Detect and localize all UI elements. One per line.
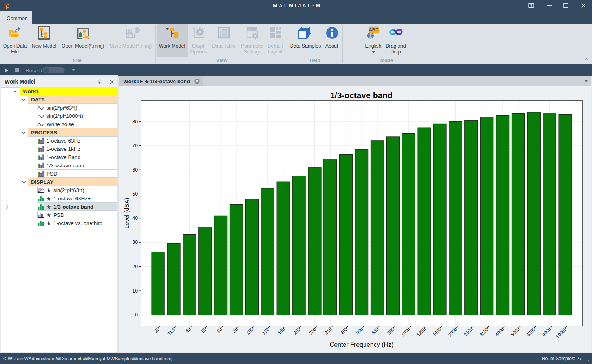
svg-text:315: 315 <box>323 326 333 335</box>
svg-text:3150: 3150 <box>479 326 489 337</box>
svg-text:250: 250 <box>308 326 317 335</box>
svg-text:Level (dBA): Level (dBA) <box>123 198 130 229</box>
svg-text:40: 40 <box>132 216 138 221</box>
svg-text:31.5: 31.5 <box>166 326 176 336</box>
svg-text:500: 500 <box>355 326 364 335</box>
svg-text:10: 10 <box>132 288 138 294</box>
svg-text:63: 63 <box>216 326 223 333</box>
svg-text:400: 400 <box>339 326 348 335</box>
svg-text:50: 50 <box>200 326 207 333</box>
svg-text:160: 160 <box>277 326 286 335</box>
svg-text:200: 200 <box>292 326 301 335</box>
svg-text:6300: 6300 <box>525 326 536 337</box>
svg-text:5000: 5000 <box>510 326 520 337</box>
svg-text:0: 0 <box>135 312 138 318</box>
svg-text:50: 50 <box>132 191 138 197</box>
svg-text:70: 70 <box>132 143 138 148</box>
svg-text:1600: 1600 <box>431 326 442 337</box>
svg-text:2000: 2000 <box>447 326 458 337</box>
svg-text:25: 25 <box>153 326 160 333</box>
svg-text:20: 20 <box>132 264 138 269</box>
svg-text:125: 125 <box>261 326 270 335</box>
svg-text:100: 100 <box>245 326 254 335</box>
svg-text:8000: 8000 <box>541 326 552 337</box>
svg-text:60: 60 <box>132 167 138 173</box>
svg-text:ABC: ABC <box>369 27 379 32</box>
svg-text:1/3-octave band: 1/3-octave band <box>330 91 393 100</box>
svg-text:800: 800 <box>386 326 395 335</box>
svg-text:4000: 4000 <box>494 326 505 337</box>
svg-text:10000: 10000 <box>555 326 568 339</box>
svg-text:30: 30 <box>132 240 138 245</box>
svg-text:80: 80 <box>132 119 138 124</box>
svg-text:1250: 1250 <box>416 326 426 337</box>
svg-text:Center Frequency (Hz): Center Frequency (Hz) <box>330 341 394 348</box>
svg-text:1000: 1000 <box>400 326 411 337</box>
svg-text:40: 40 <box>185 326 192 333</box>
svg-text:80: 80 <box>232 326 239 333</box>
svg-text:630: 630 <box>371 326 380 335</box>
svg-text:2500: 2500 <box>463 326 473 337</box>
